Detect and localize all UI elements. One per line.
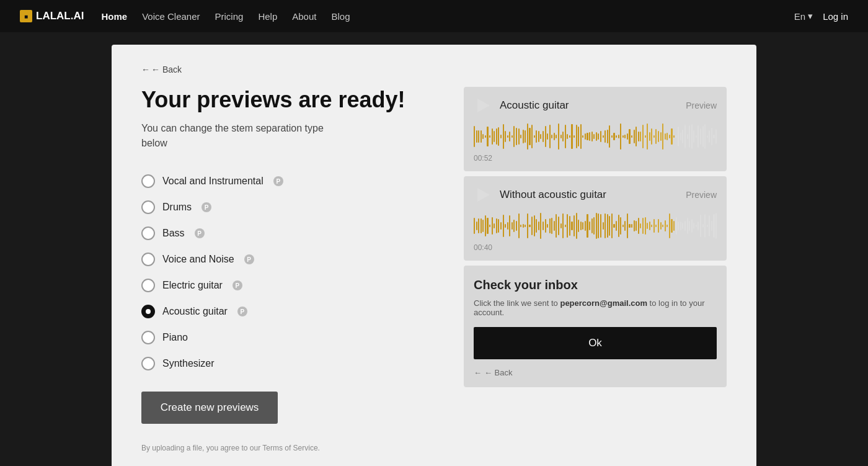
back-link[interactable]: ← ← Back xyxy=(141,65,182,74)
badge-acoustic-guitar: P xyxy=(237,307,247,316)
radio-circle-voice-noise xyxy=(141,253,155,266)
logo-icon: ■ xyxy=(20,10,32,22)
play-button-acoustic-guitar[interactable] xyxy=(474,96,494,115)
badge-voice-noise: P xyxy=(244,254,254,264)
preview-link-2[interactable]: Preview xyxy=(686,190,717,200)
badge-vocal-instrumental: P xyxy=(273,176,283,186)
waveform-bars-2 xyxy=(474,211,717,241)
audio-time-2: 00:40 xyxy=(474,243,717,252)
play-icon-1 xyxy=(477,99,490,112)
nav-link-about[interactable]: About xyxy=(292,11,316,22)
logo-text: LALAL.AI xyxy=(36,10,84,22)
radio-circle-vocal-instrumental xyxy=(141,174,155,188)
radio-label-vocal-instrumental: Vocal and Instrumental xyxy=(162,176,264,187)
audio-card-acoustic-guitar: Acoustic guitar Preview 00:52 xyxy=(464,87,727,171)
radio-acoustic-guitar[interactable]: Acoustic guitar P xyxy=(141,298,439,325)
radio-circle-drums xyxy=(141,200,155,214)
left-column: Your previews are ready! You can change … xyxy=(141,87,439,452)
waveform-bars-1 xyxy=(474,122,717,151)
inbox-description: Click the link we sent to pepercorn@gmai… xyxy=(474,298,717,317)
page-subtitle: You can change the stem separation type … xyxy=(141,121,439,151)
inbox-back-arrow-icon: ← xyxy=(474,368,482,377)
nav-links: Home Voice Cleaner Pricing Help About Bl… xyxy=(101,11,776,22)
nav-link-voice-cleaner[interactable]: Voice Cleaner xyxy=(142,11,200,22)
radio-synthesizer[interactable]: Synthesizer xyxy=(141,351,439,377)
page-wrapper: ← ← Back Your previews are ready! You ca… xyxy=(0,32,868,466)
audio-title-2: Without acoustic guitar xyxy=(500,189,686,201)
radio-piano[interactable]: Piano xyxy=(141,325,439,351)
play-icon-2 xyxy=(477,188,490,202)
radio-label-piano: Piano xyxy=(162,332,188,343)
badge-electric-guitar: P xyxy=(232,280,242,290)
radio-label-bass: Bass xyxy=(162,228,185,239)
radio-circle-bass xyxy=(141,226,155,240)
footer-note: By uploading a file, you agree to our Te… xyxy=(141,444,439,452)
ok-button[interactable]: Ok xyxy=(474,327,717,359)
content-card: ← ← Back Your previews are ready! You ca… xyxy=(112,45,756,466)
nav-logo[interactable]: ■ LALAL.AI xyxy=(20,10,84,22)
radio-bass[interactable]: Bass P xyxy=(141,220,439,246)
audio-card-without-acoustic-guitar: Without acoustic guitar Preview 00:40 xyxy=(464,176,727,261)
language-selector[interactable]: En ▾ xyxy=(794,11,813,22)
radio-circle-electric-guitar xyxy=(141,279,155,292)
badge-bass: P xyxy=(195,228,205,238)
audio-title-1: Acoustic guitar xyxy=(500,99,686,112)
radio-voice-noise[interactable]: Voice and Noise P xyxy=(141,246,439,272)
audio-time-1: 00:52 xyxy=(474,154,717,163)
inbox-email: pepercorn@gmail.com xyxy=(560,298,647,308)
login-button[interactable]: Log in xyxy=(823,11,848,22)
audio-card-header-1: Acoustic guitar Preview xyxy=(474,96,717,115)
radio-circle-synthesizer xyxy=(141,357,155,370)
waveform-2 xyxy=(474,211,717,241)
nav-right: En ▾ Log in xyxy=(794,11,848,22)
waveform-1 xyxy=(474,122,717,151)
inbox-title: Check your inbox xyxy=(474,278,717,292)
badge-drums: P xyxy=(202,202,211,212)
radio-label-acoustic-guitar: Acoustic guitar xyxy=(162,306,228,317)
play-button-without-acoustic-guitar[interactable] xyxy=(474,185,494,205)
radio-vocal-instrumental[interactable]: Vocal and Instrumental P xyxy=(141,168,439,194)
stem-type-options: Vocal and Instrumental P Drums P Bass P xyxy=(141,168,439,377)
nav-link-home[interactable]: Home xyxy=(101,11,127,22)
radio-circle-acoustic-guitar xyxy=(141,305,155,318)
radio-label-electric-guitar: Electric guitar xyxy=(162,280,223,291)
radio-electric-guitar[interactable]: Electric guitar P xyxy=(141,272,439,298)
navbar: ■ LALAL.AI Home Voice Cleaner Pricing He… xyxy=(0,0,868,32)
radio-label-synthesizer: Synthesizer xyxy=(162,358,215,369)
back-arrow-icon: ← xyxy=(141,65,150,74)
inbox-back-link[interactable]: ← ← Back xyxy=(474,368,717,377)
inbox-card: Check your inbox Click the link we sent … xyxy=(464,266,727,387)
create-previews-button[interactable]: Create new previews xyxy=(141,392,278,424)
radio-label-drums: Drums xyxy=(162,202,192,213)
page-title: Your previews are ready! xyxy=(141,87,439,112)
radio-label-voice-noise: Voice and Noise xyxy=(162,254,234,265)
nav-link-help[interactable]: Help xyxy=(258,11,277,22)
audio-card-header-2: Without acoustic guitar Preview xyxy=(474,185,717,205)
two-column-layout: Your previews are ready! You can change … xyxy=(141,87,727,452)
radio-drums[interactable]: Drums P xyxy=(141,194,439,220)
nav-link-blog[interactable]: Blog xyxy=(331,11,350,22)
nav-link-pricing[interactable]: Pricing xyxy=(215,11,244,22)
radio-circle-piano xyxy=(141,331,155,344)
right-column: Acoustic guitar Preview 00:52 Without ac xyxy=(464,87,727,452)
preview-link-1[interactable]: Preview xyxy=(686,101,717,110)
chevron-down-icon: ▾ xyxy=(808,11,813,22)
